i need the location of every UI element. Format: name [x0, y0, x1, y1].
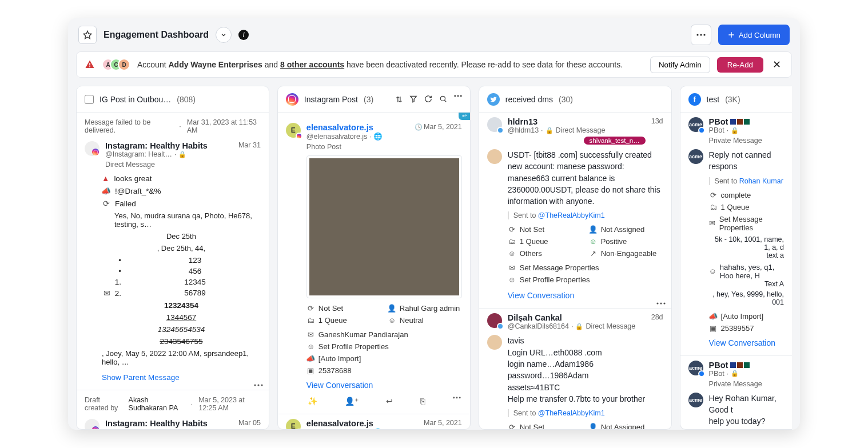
svg-point-20 [656, 303, 658, 305]
author-link[interactable]: elenasalvatore.js [306, 123, 409, 132]
select-all-checkbox[interactable] [85, 95, 94, 104]
avatar: E [286, 419, 301, 429]
svg-rect-6 [89, 63, 90, 66]
sentiment-icon: ☺ [388, 316, 396, 325]
readd-button[interactable]: Re-Add [717, 57, 763, 73]
engage-icon: ↗ [589, 249, 598, 258]
color-tags [730, 362, 750, 368]
envelope-icon: ✉ [709, 219, 716, 227]
title-dropdown[interactable] [216, 27, 232, 43]
archive-icon[interactable]: ⎘ [420, 397, 425, 406]
profile-icon: ☺ [709, 267, 716, 275]
queue-icon: 🗂 [709, 203, 718, 211]
message-card[interactable]: Dilşah Cankal @CankalDils68164 · 🔒 Direc… [479, 309, 671, 429]
queue-icon: 🗂 [508, 237, 516, 246]
person-icon: 👤 [589, 423, 598, 429]
sender-avatar: acme [688, 393, 703, 407]
column-title: Instagram Post [304, 95, 358, 104]
sort-icon[interactable]: ⇅ [396, 95, 403, 104]
topbar-more[interactable] [691, 25, 711, 45]
filter-icon[interactable] [409, 95, 417, 104]
svg-line-13 [444, 100, 446, 102]
svg-point-8 [254, 384, 256, 386]
tag-pill[interactable]: shivank_test_n… [584, 137, 646, 145]
column-ig-outbound: IG Post in Outbou… (808) Message failed … [76, 86, 269, 430]
svg-point-16 [460, 95, 462, 97]
status-icon: ⟳ [508, 225, 516, 234]
svg-point-12 [440, 96, 445, 101]
sent-to-link[interactable]: Rohan Kumar [739, 177, 783, 185]
show-parent-link[interactable]: Show Parent Message [102, 373, 261, 382]
star-icon[interactable] [78, 26, 97, 44]
banner-accounts-link[interactable]: 8 other accounts [280, 60, 344, 69]
case-icon: ▣ [709, 324, 718, 333]
warning-icon [85, 59, 95, 70]
message-card[interactable]: E elenasalvatore.js @elenasalvatore.js ·… [278, 414, 470, 429]
message-card[interactable]: acme PBot PBot · 🔒 Private Message acme … [680, 113, 792, 356]
error-icon: ▲ [102, 174, 109, 183]
svg-rect-7 [89, 66, 90, 67]
page-title: Engagement Dashboard [103, 30, 209, 40]
sent-to-link[interactable]: @TheRealAbbyKim1 [538, 409, 605, 417]
person-icon: 👤 [589, 225, 598, 234]
view-conversation-link[interactable]: View Conversation [508, 291, 663, 300]
avatar [85, 419, 99, 429]
avatar: acme [688, 361, 703, 375]
meta-row: Message failed to be delivered. Mar 31, … [77, 113, 269, 137]
column-instagram-post: Instagram Post (3) ⇅ ↩ E elenasalvatore.… [277, 86, 471, 430]
search-icon[interactable] [439, 95, 447, 104]
queue-icon: 🗂 [306, 316, 315, 325]
avatar: acme [688, 117, 703, 132]
message-card[interactable]: ↩ E elenasalvatore.js @elenasalvatore.js… [278, 113, 470, 414]
profile-icon: ☺ [508, 275, 516, 284]
status-icon: ⟳ [508, 423, 516, 429]
envelope-icon: ✉ [508, 263, 516, 272]
instagram-icon [286, 93, 298, 106]
svg-point-3 [703, 34, 705, 35]
reply-badge-icon: ↩ [459, 113, 470, 120]
facebook-icon: f [688, 93, 701, 106]
view-conversation-link[interactable]: View Conversation [306, 381, 462, 390]
message-card[interactable]: acme PBot PBot · 🔒 Private Message acme [680, 356, 792, 429]
status-icon: ⟳ [709, 191, 718, 199]
column-title: received dms [505, 95, 553, 104]
twitter-icon [487, 93, 500, 106]
status-icon: ⟳ [306, 304, 315, 313]
svg-point-21 [660, 303, 662, 305]
banner-avatars: A C D [102, 58, 130, 71]
message-card[interactable]: hldrn13 @hldrn13 · 🔒 Direct Message shiv… [479, 113, 671, 309]
assign-icon[interactable]: 👤⁺ [345, 397, 359, 406]
avatar [487, 313, 502, 328]
svg-marker-11 [410, 96, 416, 102]
card-more-icon[interactable] [453, 397, 461, 406]
banner-close-icon[interactable]: ✕ [770, 56, 783, 73]
info-icon[interactable]: i [238, 30, 249, 40]
svg-marker-0 [83, 31, 91, 38]
svg-point-2 [700, 34, 702, 35]
sender-avatar [487, 335, 502, 350]
notify-admin-button[interactable]: Notify Admin [650, 57, 710, 73]
svg-point-9 [257, 384, 259, 386]
card-more-icon[interactable] [656, 302, 666, 305]
message-card[interactable]: Instagram: Healthy Habits @Instagram: He… [77, 137, 269, 390]
add-column-button[interactable]: Add Column [718, 25, 790, 45]
message-card[interactable]: Instagram: Healthy Habits Mar 05 [77, 414, 269, 429]
post-image[interactable] [306, 155, 462, 298]
megaphone-icon: 📣 [306, 354, 315, 363]
view-conversation-link[interactable]: View Conversation [709, 338, 784, 347]
megaphone-icon: 📣 [709, 312, 718, 321]
sender-avatar: acme [688, 149, 703, 164]
refresh-icon[interactable] [424, 95, 432, 104]
avatar [487, 117, 502, 132]
sent-to-link[interactable]: @TheRealAbbyKim1 [538, 211, 605, 219]
sentiment-positive-icon: ☺ [589, 237, 598, 246]
envelope-icon: ✉ [103, 289, 112, 298]
svg-point-1 [696, 34, 698, 35]
column-more-icon[interactable] [454, 95, 462, 104]
svg-point-18 [456, 397, 457, 399]
svg-point-17 [453, 397, 455, 399]
card-more-icon[interactable] [254, 384, 263, 386]
reply-icon[interactable]: ↩ [386, 397, 393, 406]
status-icon: ⟳ [102, 199, 110, 208]
magic-icon[interactable]: ✨ [308, 397, 317, 406]
